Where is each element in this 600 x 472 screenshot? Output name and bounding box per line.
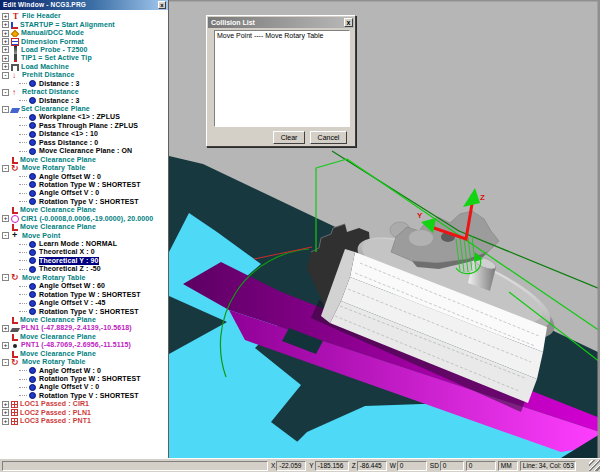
tree-label: Angle Offset V : -45 <box>39 299 106 307</box>
probe-icon <box>14 46 17 54</box>
tree-row[interactable]: +Load Probe - T2500 <box>0 46 168 54</box>
tree-row[interactable]: Rotation Type V : SHORTEST <box>0 392 168 400</box>
tree-row[interactable]: Angle Offset W : 0 <box>0 366 168 374</box>
collapse-icon[interactable]: - <box>2 359 9 366</box>
tree-connector <box>19 125 27 126</box>
tree-row[interactable]: +PLN1 (-47.8829,-2.4139,-10.5618) <box>0 324 168 332</box>
prehit-icon <box>11 71 20 79</box>
expand-icon[interactable]: + <box>2 409 9 416</box>
edit-window-titlebar[interactable]: Edit Window - NCG3.PRG x <box>0 0 168 10</box>
bullet-icon <box>29 198 36 205</box>
tree-row[interactable]: Rotation Type V : SHORTEST <box>0 198 168 206</box>
x-axis-value: -22.059 <box>276 461 306 471</box>
collapse-icon[interactable]: - <box>2 106 9 113</box>
move-point-icon <box>11 231 20 239</box>
expand-icon[interactable]: + <box>2 215 9 222</box>
expand-icon[interactable]: + <box>2 13 9 20</box>
tree-row[interactable]: Angle Offset V : -45 <box>0 299 168 307</box>
expand-icon[interactable]: + <box>2 38 9 45</box>
collision-list-item[interactable]: Move Point ---- Move Rotary Table <box>215 31 349 40</box>
bullet-icon <box>29 181 36 188</box>
expand-icon[interactable]: + <box>2 418 9 425</box>
status-message-cell <box>2 461 268 471</box>
alignment-icon <box>11 22 18 29</box>
expand-icon[interactable]: + <box>2 401 9 408</box>
collapse-icon[interactable]: - <box>2 72 9 79</box>
expand-icon[interactable]: + <box>2 55 9 62</box>
tree-row[interactable]: +LOC2 Passed : PLN1 <box>0 409 168 417</box>
tree-row[interactable]: Move Clearance Plane <box>0 350 168 358</box>
tree-row[interactable]: +STARTUP = Start Alignment <box>0 20 168 28</box>
cancel-button[interactable]: Cancel <box>310 131 347 144</box>
tree-row[interactable]: Move Clearance Plane : ON <box>0 147 168 155</box>
tree-row[interactable]: +Load Machine <box>0 63 168 71</box>
tree-row[interactable]: -Move Point <box>0 231 168 239</box>
tree-row[interactable]: -Set Clearance Plane <box>0 105 168 113</box>
tree-row[interactable]: -Move Rotary Table <box>0 358 168 366</box>
tree-row[interactable]: Rotation Type V : SHORTEST <box>0 307 168 315</box>
close-icon[interactable]: x <box>158 1 166 9</box>
tip-icon <box>14 54 17 62</box>
bullet-icon <box>29 97 36 104</box>
tree-row[interactable]: Theoretical X : 0 <box>0 248 168 256</box>
tree-row[interactable]: Angle Offset W : 60 <box>0 282 168 290</box>
tree-row[interactable]: Move Clearance Plane <box>0 333 168 341</box>
clear-button[interactable]: Clear <box>273 131 305 144</box>
tree-label: Retract Distance <box>22 88 79 96</box>
tree-row[interactable]: Theoretical Y : 90 <box>0 257 168 265</box>
expand-icon[interactable]: + <box>2 46 9 53</box>
tree-row[interactable]: Angle Offset V : 0 <box>0 383 168 391</box>
tree-row[interactable]: +Dimension Format <box>0 37 168 45</box>
tree-row[interactable]: Rotation Type W : SHORTEST <box>0 181 168 189</box>
bullet-icon <box>29 241 36 248</box>
tree-row[interactable]: -Move Rotary Table <box>0 164 168 172</box>
tree-row[interactable]: Move Clearance Plane <box>0 155 168 163</box>
resize-grip-icon[interactable] <box>589 460 600 471</box>
tree-row[interactable]: Learn Mode : NORMAL <box>0 240 168 248</box>
collapse-icon[interactable]: - <box>2 232 9 239</box>
command-tree[interactable]: +File Header+STARTUP = Start Alignment+M… <box>0 12 168 425</box>
collapse-icon[interactable]: - <box>2 165 9 172</box>
collapse-icon[interactable]: - <box>2 274 9 281</box>
bullet-icon <box>29 249 36 256</box>
tree-row[interactable]: +PNT1 (-48.7069,-2.6956,-11.5115) <box>0 341 168 349</box>
dialog-titlebar[interactable]: Collision List x <box>208 17 354 28</box>
tree-row[interactable]: +Manual/DCC Mode <box>0 29 168 37</box>
tree-label: Rotation Type W : SHORTEST <box>39 181 141 189</box>
collision-listbox[interactable]: Move Point ---- Move Rotary Table <box>214 30 350 127</box>
tree-row[interactable]: Distance : 3 <box>0 80 168 88</box>
tree-row[interactable]: Angle Offset W : 0 <box>0 172 168 180</box>
collapse-icon[interactable]: - <box>2 89 9 96</box>
tree-row[interactable]: -Retract Distance <box>0 88 168 96</box>
tree-row[interactable]: +CIR1 (-0.0008,0.0006,-19.0000), 20.0000 <box>0 215 168 223</box>
expand-icon[interactable]: + <box>2 21 9 28</box>
tree-row[interactable]: Pass Through Plane : ZPLUS <box>0 122 168 130</box>
close-icon[interactable]: x <box>344 18 353 27</box>
expand-icon[interactable]: + <box>2 325 9 332</box>
expand-icon[interactable]: + <box>2 30 9 37</box>
tree-row[interactable]: Distance : 3 <box>0 96 168 104</box>
tree-row[interactable]: Move Clearance Plane <box>0 223 168 231</box>
tree-label: PNT1 (-48.7069,-2.6956,-11.5115) <box>21 341 131 349</box>
tree-row[interactable]: +File Header <box>0 12 168 20</box>
tree-label: Load Machine <box>21 63 69 71</box>
tree-row[interactable]: Workplane <1> : ZPLUS <box>0 113 168 121</box>
tree-row[interactable]: Pass Distance : 0 <box>0 139 168 147</box>
expand-icon[interactable]: + <box>2 342 9 349</box>
tree-row[interactable]: Distance <1> : 10 <box>0 130 168 138</box>
tree-row[interactable]: -Prehit Distance <box>0 71 168 79</box>
tree-label: LOC1 Passed : CIR1 <box>20 400 89 408</box>
tree-row[interactable]: Rotation Type W : SHORTEST <box>0 290 168 298</box>
expand-icon[interactable]: + <box>2 63 9 70</box>
tree-label: Manual/DCC Mode <box>21 29 84 37</box>
collision-list-dialog: Collision List x Move Point ---- Move Ro… <box>206 15 356 147</box>
tree-row[interactable]: Angle Offset V : 0 <box>0 189 168 197</box>
tree-row[interactable]: +LOC3 Passed : PNT1 <box>0 417 168 425</box>
tree-row[interactable]: Theoretical Z : -50 <box>0 265 168 273</box>
tree-row[interactable]: Rotation Type W : SHORTEST <box>0 375 168 383</box>
tree-row[interactable]: Move Clearance Plane <box>0 316 168 324</box>
tree-row[interactable]: +TIP1 = Set Active Tip <box>0 54 168 62</box>
tree-row[interactable]: Move Clearance Plane <box>0 206 168 214</box>
tree-row[interactable]: +LOC1 Passed : CIR1 <box>0 400 168 408</box>
tree-row[interactable]: -Move Rotary Table <box>0 274 168 282</box>
